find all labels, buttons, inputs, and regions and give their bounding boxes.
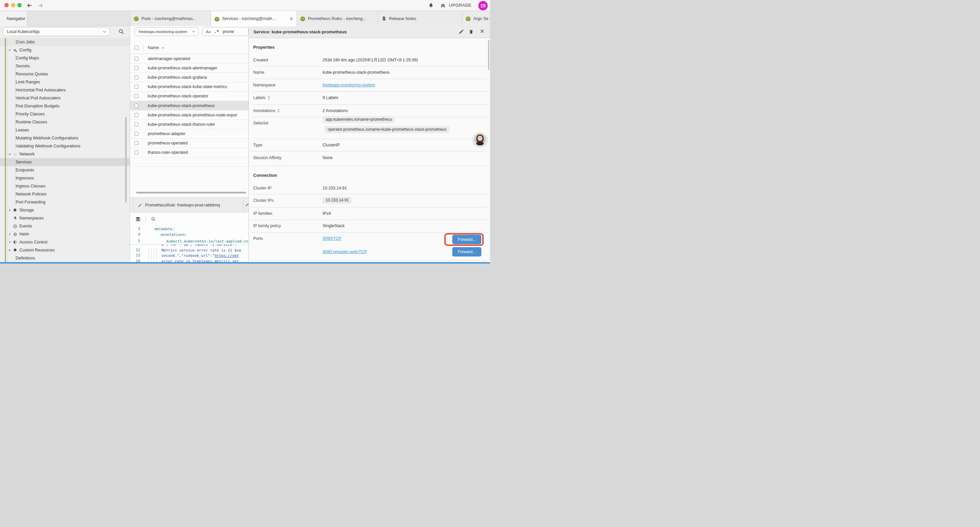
delete-trash-icon[interactable] xyxy=(469,29,474,34)
row-checkbox[interactable] xyxy=(134,85,138,89)
sidebar-item-resource-quotas[interactable]: Resource Quotas xyxy=(0,70,130,78)
notifications-bell-icon[interactable] xyxy=(428,2,434,8)
sort-ascending-icon[interactable] xyxy=(161,46,165,50)
row-checkbox[interactable] xyxy=(134,123,138,126)
forward-port-button[interactable]: Forward... xyxy=(452,247,481,256)
row-checkbox[interactable] xyxy=(134,113,138,117)
sidebar-item-config[interactable]: Config xyxy=(0,46,130,54)
expand-updown-icon[interactable] xyxy=(267,96,270,100)
chevron-right-icon[interactable] xyxy=(8,240,11,244)
upgrade-button[interactable]: UPGRADE xyxy=(449,3,472,8)
sidebar-item-services[interactable]: Services xyxy=(0,158,130,166)
name-column-header[interactable]: Name xyxy=(148,45,159,50)
sidebar-item-network[interactable]: ↑↓ Network xyxy=(0,150,130,158)
sidebar-item-secrets[interactable]: Secrets xyxy=(0,62,130,70)
row-checkbox[interactable] xyxy=(134,57,138,61)
minimize-window-button[interactable] xyxy=(11,3,15,7)
table-row[interactable]: kube-prometheus-stack-operator xyxy=(130,92,248,101)
avatar[interactable] xyxy=(473,132,487,146)
row-checkbox[interactable] xyxy=(134,66,138,70)
sidebar-item-helm[interactable]: Helm xyxy=(0,230,130,238)
filter-query-input[interactable]: prome xyxy=(223,29,234,34)
sidebar-item-limit-ranges[interactable]: Limit Ranges xyxy=(0,78,130,86)
sidebar-item-vertical-pod-autoscalers[interactable]: Vertical Pod Autoscalers xyxy=(0,94,130,102)
close-window-button[interactable] xyxy=(4,3,9,7)
maximize-window-button[interactable] xyxy=(18,3,22,7)
sidebar-item-horizontal-pod-autoscalers[interactable]: Horizontal Pod Autoscalers xyxy=(0,86,130,94)
port-link[interactable]: 9090/TCP xyxy=(323,235,341,242)
sidebar-item-namespaces[interactable]: Namespaces xyxy=(0,214,130,222)
sidebar-item-custom-resources[interactable]: Custom Resources xyxy=(0,246,130,254)
horizontal-scrollbar[interactable] xyxy=(136,192,246,193)
table-row-selected[interactable]: kube-prometheus-stack-prometheus xyxy=(130,101,248,110)
chevron-down-icon[interactable] xyxy=(8,48,11,52)
namespace-link[interactable]: freeleaps-monitoring-system xyxy=(323,82,375,88)
expand-updown-icon[interactable] xyxy=(277,109,280,113)
row-checkbox[interactable] xyxy=(134,141,138,145)
filter-box[interactable]: Aa .* prome xyxy=(202,27,248,36)
forward-icon[interactable] xyxy=(37,2,44,9)
port-link[interactable]: 8080:reloader-web/TCP xyxy=(323,248,367,255)
chevron-right-icon[interactable] xyxy=(8,232,11,236)
sidebar-item-network-policies[interactable]: Network Policies xyxy=(0,190,130,198)
namespace-selector[interactable]: freeleaps-monitoring-system xyxy=(134,27,199,36)
upgrade-icon[interactable] xyxy=(440,2,446,9)
row-checkbox[interactable] xyxy=(134,94,138,98)
tab-services[interactable]: Services - icecheng@math... ✕ xyxy=(211,11,297,26)
sidebar-item-mutating-webhook-configurations[interactable]: Mutating Webhook Configurations xyxy=(0,134,130,142)
back-icon[interactable] xyxy=(26,2,33,9)
sidebar-item-definitions[interactable]: Definitions xyxy=(0,254,130,262)
notification-count-badge[interactable]: 15 xyxy=(478,1,488,10)
kubeconfig-selector[interactable]: Local Kubeconfigs xyxy=(3,27,110,36)
table-row[interactable]: kube-prometheus-stack-kube-state-metrics xyxy=(130,83,248,92)
sidebar-item-runtime-classes[interactable]: Runtime Classes xyxy=(0,118,130,126)
row-checkbox[interactable] xyxy=(134,132,138,136)
sidebar-item-pod-disruption-budgets[interactable]: Pod Disruption Budgets xyxy=(0,102,130,110)
chevron-right-icon[interactable] xyxy=(8,209,11,212)
chevron-down-icon[interactable] xyxy=(8,248,11,252)
sidebar-scrollbar[interactable] xyxy=(125,117,127,202)
drawer-scrollbar[interactable] xyxy=(488,40,489,70)
regex-toggle[interactable]: .* xyxy=(214,29,219,34)
row-checkbox[interactable] xyxy=(134,150,138,154)
table-row[interactable]: alertmanager-operated xyxy=(130,54,248,64)
table-row[interactable]: kube-prometheus-stack-alertmanager xyxy=(130,64,248,73)
sidebar-item-config-maps[interactable]: Config Maps xyxy=(0,54,130,62)
row-checkbox[interactable] xyxy=(134,104,138,108)
sidebar-item-port-forwarding[interactable]: Port Forwarding xyxy=(0,198,130,206)
match-case-toggle[interactable]: Aa xyxy=(206,30,210,34)
edit-pencil-icon[interactable] xyxy=(459,29,464,34)
yaml-editor[interactable]: 3 metadata: 4 annotations: 5 kubectl.kub… xyxy=(130,226,248,262)
sidebar-item-ingress-classes[interactable]: Ingress Classes xyxy=(0,182,130,190)
table-row[interactable]: kube-prometheus-stack-grafana xyxy=(130,73,248,82)
tab-pods[interactable]: Pods - icecheng@mathmas... xyxy=(130,11,211,26)
runbook-url-link[interactable]: https://net xyxy=(215,253,239,258)
sidebar-item-events[interactable]: Events xyxy=(0,222,130,230)
sidebar-item-storage[interactable]: Storage xyxy=(0,206,130,214)
close-drawer-icon[interactable] xyxy=(480,29,485,34)
select-all-checkbox[interactable] xyxy=(134,46,138,50)
sidebar-item-endpoints[interactable]: Endpoints xyxy=(0,166,130,174)
editor-search-icon[interactable] xyxy=(151,217,156,221)
sidebar-search-icon[interactable] xyxy=(118,29,124,35)
sidebar-item-validating-webhook-configurations[interactable]: Validating Webhook Configurations xyxy=(0,142,130,150)
table-row[interactable]: prometheus-adapter xyxy=(130,129,248,139)
table-row[interactable]: kube-prometheus-stack-thanos-ruler xyxy=(130,120,248,129)
close-tab-icon[interactable]: ✕ xyxy=(290,16,293,21)
editor-tab-prometheusrule[interactable]: PrometheusRule: freeleaps-prod-rabbitmq xyxy=(133,198,243,212)
row-checkbox[interactable] xyxy=(134,75,138,80)
sidebar-item-ingresses[interactable]: Ingresses xyxy=(0,174,130,182)
chevron-down-icon[interactable] xyxy=(8,153,11,156)
table-row[interactable]: kube-prometheus-stack-prometheus-node-ex… xyxy=(130,110,248,120)
save-icon[interactable] xyxy=(135,217,141,222)
tab-release-notes[interactable]: Release Notes xyxy=(378,11,462,26)
sidebar-item-access-control[interactable]: Access Control xyxy=(0,238,130,246)
sidebar-item-priority-classes[interactable]: Priority Classes xyxy=(0,110,130,118)
sidebar-item-leases[interactable]: Leases xyxy=(0,126,130,134)
tab-prometheus-rules[interactable]: Prometheus Rules - icecheng... xyxy=(297,11,378,26)
table-row[interactable]: thanos-ruler-operated xyxy=(130,148,248,158)
tab-argo[interactable]: Argo Se xyxy=(462,11,490,26)
table-row[interactable]: prometheus-operated xyxy=(130,139,248,148)
sidebar-item-cron-jobs[interactable]: Cron Jobs xyxy=(0,38,130,46)
navigator-panel-tab[interactable]: Navigator xyxy=(0,11,27,26)
